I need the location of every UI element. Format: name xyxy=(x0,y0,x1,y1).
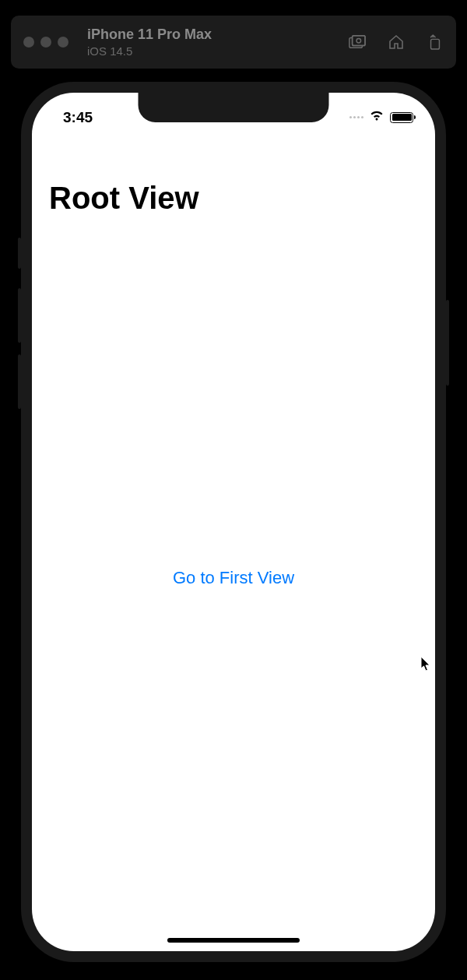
home-indicator[interactable] xyxy=(167,938,300,943)
battery-icon xyxy=(390,112,413,123)
device-screen: 3:45 Root View xyxy=(32,93,435,951)
rotate-button[interactable] xyxy=(427,33,444,51)
status-right xyxy=(349,110,413,125)
toolbar-actions xyxy=(349,33,444,51)
cellular-signal-icon xyxy=(349,116,363,118)
zoom-window-button[interactable] xyxy=(58,37,68,48)
mouse-cursor xyxy=(420,656,432,676)
wifi-icon xyxy=(369,110,384,125)
minimize-window-button[interactable] xyxy=(40,37,51,48)
rotate-icon xyxy=(427,33,443,51)
volume-down-button[interactable] xyxy=(18,354,21,409)
navigation-link[interactable]: Go to First View xyxy=(173,568,294,588)
simulator-toolbar: iPhone 11 Pro Max iOS 14.5 xyxy=(11,16,456,69)
silence-switch[interactable] xyxy=(18,238,21,269)
close-window-button[interactable] xyxy=(23,37,34,48)
home-button[interactable] xyxy=(388,33,405,51)
app-content: Root View Go to First View xyxy=(32,93,435,951)
simulator-device-name: iPhone 11 Pro Max xyxy=(87,26,212,43)
screenshot-button[interactable] xyxy=(349,33,366,51)
window-traffic-lights xyxy=(23,37,68,48)
power-button[interactable] xyxy=(446,300,449,386)
device-frame: 3:45 Root View xyxy=(21,82,446,962)
volume-up-button[interactable] xyxy=(18,288,21,343)
svg-rect-4 xyxy=(431,39,440,49)
status-time: 3:45 xyxy=(63,109,93,126)
svg-rect-1 xyxy=(353,36,366,46)
main-area: Go to First View xyxy=(32,93,435,951)
camera-icon xyxy=(349,34,366,50)
device-notch xyxy=(139,93,329,122)
simulator-os-version: iOS 14.5 xyxy=(87,44,212,58)
toolbar-title-group: iPhone 11 Pro Max iOS 14.5 xyxy=(87,26,212,58)
home-icon xyxy=(388,33,405,51)
